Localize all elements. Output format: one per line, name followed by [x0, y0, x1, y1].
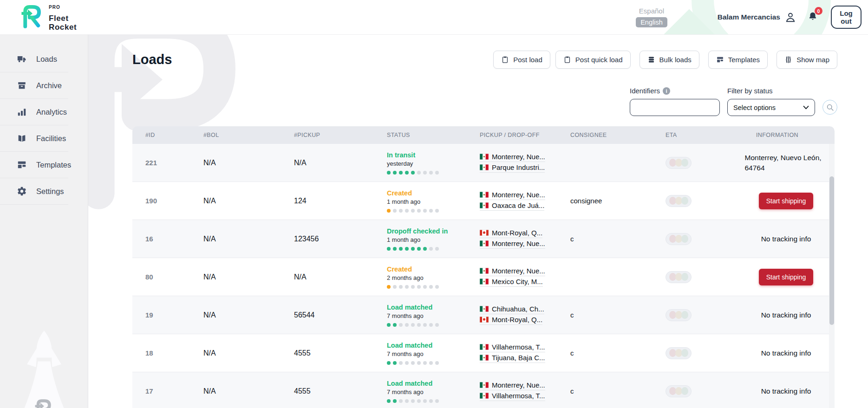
route-stop[interactable]: Monterrey, Nue... — [480, 191, 545, 200]
load-row[interactable]: 19 N/A 56544 Load matched 7 months ago C… — [132, 296, 835, 334]
filter-by-status-label: Filter by status — [727, 87, 815, 95]
load-row[interactable]: 16 N/A 123456 Dropoff checked in 1 month… — [132, 220, 835, 258]
load-bol: N/A — [190, 349, 281, 357]
language-option-english[interactable]: English — [636, 17, 667, 27]
eta-indicator — [666, 157, 692, 169]
load-information: No tracking info — [743, 348, 835, 358]
load-row[interactable]: 80 N/A N/A Created 2 months ago Monterre… — [132, 258, 835, 296]
user-icon — [784, 11, 796, 23]
column-header: #PICKUP — [281, 132, 374, 138]
route-stop[interactable]: Mont-Royal, Q... — [480, 316, 542, 325]
start-shipping-button[interactable]: Start shipping — [759, 269, 814, 285]
sidebar-item-analytics[interactable]: Analytics — [0, 99, 68, 125]
search-icon — [826, 104, 834, 111]
load-route: Villahermosa, T... Tijuana, Baja C... — [467, 342, 557, 364]
info-text: Monterrey, Nuevo León, 64764 — [745, 153, 828, 173]
info-text: No tracking info — [761, 310, 811, 320]
fleet-rocket-logo-icon — [20, 3, 46, 30]
load-information: No tracking info — [743, 386, 835, 396]
language-toggle: Español English — [636, 7, 667, 27]
load-eta — [653, 233, 743, 245]
load-pickup-number: 124 — [281, 197, 374, 205]
sidebar-item-facilities[interactable]: Facilities — [0, 125, 68, 152]
progress-dots — [387, 323, 467, 327]
brand-name-line1: Fleet — [49, 14, 77, 23]
post-quick-load-button[interactable]: Post quick load — [555, 51, 631, 69]
identifiers-input[interactable] — [630, 99, 720, 116]
bulk-loads-button[interactable]: Bulk loads — [640, 51, 699, 69]
flag-mx-icon — [480, 192, 489, 198]
flag-mx-icon — [480, 355, 489, 361]
sidebar-item-settings[interactable]: Settings — [0, 178, 68, 205]
progress-dots — [387, 285, 467, 289]
route-stop[interactable]: Monterrey, Nue... — [480, 240, 545, 249]
load-pickup-number: 4555 — [281, 387, 374, 395]
route-stop[interactable]: Oaxaca de Juá... — [480, 201, 544, 211]
route-stop[interactable]: Villahermosa, T... — [480, 392, 545, 401]
route-stop[interactable]: Monterrey, Nue... — [480, 381, 545, 390]
route-stop[interactable]: Monterrey, Nue... — [480, 267, 545, 276]
language-option-espanol[interactable]: Español — [636, 7, 667, 15]
templates-button[interactable]: Templates — [708, 51, 768, 69]
load-row[interactable]: 18 N/A 4555 Load matched 7 months ago Vi… — [132, 334, 835, 372]
load-status: In transit yesterday — [374, 151, 467, 175]
show-map-button[interactable]: Show map — [777, 51, 837, 69]
app-logo[interactable]: PRO Fleet Rocket — [20, 3, 77, 32]
load-eta — [653, 347, 743, 359]
sidebar-item-archive[interactable]: Archive — [0, 72, 68, 99]
status-filter-select[interactable]: Select options — [727, 99, 815, 116]
load-information: Start shipping — [743, 193, 835, 209]
table-scrollbar[interactable] — [829, 144, 835, 408]
eta-indicator — [666, 309, 692, 321]
route-stop[interactable]: Mont-Royal, Q... — [480, 229, 542, 238]
load-id: 19 — [132, 311, 190, 319]
load-status: Load matched 7 months ago — [374, 304, 467, 327]
sidebar-item-templates[interactable]: Templates — [0, 152, 68, 178]
load-id: 17 — [132, 387, 190, 395]
start-shipping-button[interactable]: Start shipping — [759, 193, 814, 209]
route-stop[interactable]: Chihuahua, Ch... — [480, 305, 544, 314]
scrollbar-thumb[interactable] — [829, 176, 834, 325]
column-header: #BOL — [190, 132, 281, 138]
post-load-button[interactable]: Post load — [493, 51, 550, 69]
clipboard-icon — [563, 56, 571, 64]
info-text: No tracking info — [761, 386, 811, 396]
load-route: Monterrey, Nue... Oaxaca de Juá... — [467, 189, 557, 212]
load-pickup-number: 4555 — [281, 349, 374, 357]
load-status: Dropoff checked in 1 month ago — [374, 227, 467, 251]
route-stop[interactable]: Mexico City, M... — [480, 278, 543, 287]
load-information: No tracking info — [743, 234, 835, 244]
eta-indicator — [666, 347, 692, 359]
load-pickup-number: 56544 — [281, 311, 374, 319]
route-stop[interactable]: Villahermosa, T... — [480, 343, 545, 352]
route-stop[interactable]: Monterrey, Nue... — [480, 153, 545, 162]
route-stop[interactable]: Tijuana, Baja C... — [480, 354, 545, 363]
load-row[interactable]: 221 N/A N/A In transit yesterday Monterr… — [132, 144, 835, 182]
load-consignee: c — [557, 311, 653, 319]
progress-dots — [387, 247, 467, 251]
load-eta — [653, 385, 743, 397]
progress-dots — [387, 361, 467, 365]
flag-mx-icon — [480, 240, 489, 246]
load-row[interactable]: 17 N/A 4555 Load matched 7 months ago Mo… — [132, 372, 835, 408]
brand-name-line2: Rocket — [49, 23, 77, 32]
load-eta — [653, 157, 743, 169]
route-stop[interactable]: Parque Industri... — [480, 163, 545, 173]
notification-badge: 0 — [815, 7, 822, 15]
notifications-button[interactable]: 0 — [808, 11, 818, 24]
flag-ca-icon — [480, 230, 489, 236]
load-status: Load matched 7 months ago — [374, 380, 467, 403]
load-status: Created 2 months ago — [374, 266, 467, 289]
progress-dots — [387, 399, 467, 403]
load-information: Monterrey, Nuevo León, 64764 — [743, 153, 835, 173]
column-header: INFORMATION — [743, 132, 835, 138]
archive-icon — [17, 80, 27, 91]
load-row[interactable]: 190 N/A 124 Created 1 month ago Monterre… — [132, 182, 835, 220]
progress-dots — [387, 209, 467, 213]
info-icon[interactable]: i — [663, 87, 670, 95]
search-button[interactable] — [822, 100, 837, 115]
sidebar-item-loads[interactable]: Loads — [0, 46, 68, 72]
user-menu[interactable]: Balam Mercancias — [718, 11, 796, 23]
logout-button[interactable]: Log out — [831, 6, 861, 29]
eta-indicator — [666, 271, 692, 283]
